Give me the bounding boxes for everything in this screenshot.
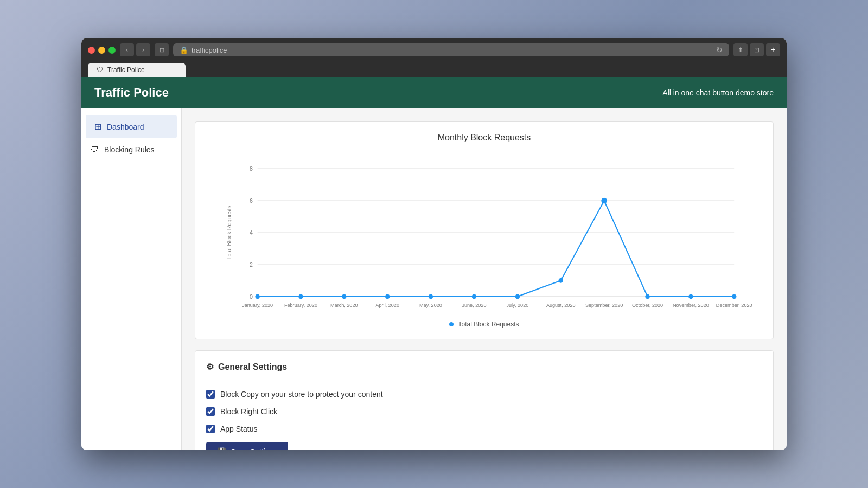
chart-legend: Total Block Requests (206, 320, 762, 328)
settings-title: ⚙ General Settings (206, 362, 762, 381)
settings-gear-icon: ⚙ (206, 362, 214, 372)
svg-point-21 (688, 294, 693, 299)
settings-title-text: General Settings (218, 362, 287, 372)
new-tab-button[interactable]: + (766, 43, 780, 56)
sidebar: ⊞ Dashboard 🛡 Blocking Rules (81, 108, 182, 450)
sidebar-toggle-button[interactable]: ⊡ (750, 43, 764, 56)
back-button[interactable]: ‹ (120, 43, 134, 56)
browser-tabs: 🛡 Traffic Police (88, 63, 780, 77)
chart-section: Monthly Block Requests Total Block Reque… (195, 121, 774, 339)
block-right-click-checkbox[interactable] (206, 407, 215, 416)
sidebar-item-blocking-rules-label: Blocking Rules (104, 145, 155, 154)
block-copy-label: Block Copy on your store to protect your… (220, 390, 383, 399)
settings-section: ⚙ General Settings Block Copy on your st… (195, 350, 774, 450)
nav-buttons: ‹ › (120, 43, 150, 56)
svg-text:April, 2020: April, 2020 (375, 303, 399, 308)
close-button[interactable] (88, 47, 95, 54)
address-bar[interactable]: 🔒 trafficpolice ↻ (173, 43, 729, 56)
svg-point-14 (385, 294, 390, 299)
setting-row-app-status: App Status (206, 425, 762, 433)
store-name: All in one chat button demo store (662, 88, 774, 97)
app-header: Traffic Police All in one chat button de… (81, 77, 787, 108)
svg-text:May, 2020: May, 2020 (419, 303, 442, 308)
svg-text:March, 2020: March, 2020 (330, 303, 358, 308)
svg-text:2: 2 (250, 261, 253, 268)
setting-row-block-copy: Block Copy on your store to protect your… (206, 390, 762, 399)
tab-title: Traffic Police (107, 66, 145, 74)
svg-point-20 (645, 294, 650, 299)
svg-text:August, 2020: August, 2020 (546, 303, 576, 308)
minimize-button[interactable] (98, 47, 105, 54)
browser-titlebar: ‹ › ⊞ 🔒 trafficpolice ↻ ⬆ ⊡ + (88, 43, 780, 56)
svg-text:0: 0 (250, 293, 253, 300)
save-button-label: Save Settings (231, 447, 277, 450)
forward-button[interactable]: › (136, 43, 150, 56)
svg-point-16 (472, 294, 477, 299)
sidebar-item-blocking-rules[interactable]: 🛡 Blocking Rules (81, 138, 181, 161)
tab-shield-icon: 🛡 (97, 66, 103, 74)
block-right-click-label: Block Right Click (220, 407, 277, 416)
legend-label: Total Block Requests (458, 320, 519, 328)
toolbar-right: ⬆ ⊡ + (733, 43, 780, 56)
maximize-button[interactable] (108, 47, 116, 54)
svg-text:November, 2020: November, 2020 (673, 303, 709, 308)
svg-text:September, 2020: September, 2020 (585, 303, 623, 308)
svg-text:6: 6 (250, 197, 253, 204)
chart-title: Monthly Block Requests (206, 133, 762, 143)
svg-text:December, 2020: December, 2020 (716, 303, 752, 308)
save-icon: 💾 (217, 447, 226, 450)
app-status-label: App Status (220, 425, 258, 433)
svg-point-11 (255, 294, 260, 299)
save-settings-button[interactable]: 💾 Save Settings (206, 442, 288, 450)
svg-text:8: 8 (250, 165, 253, 172)
svg-text:October, 2020: October, 2020 (632, 303, 663, 308)
tab-overview-button[interactable]: ⊞ (155, 43, 169, 56)
traffic-lights (88, 47, 116, 54)
svg-point-17 (515, 294, 520, 299)
address-bar-row: 🔒 trafficpolice ↻ (173, 43, 729, 56)
dashboard-icon: ⊞ (94, 121, 101, 132)
app-container: Traffic Police All in one chat button de… (81, 77, 787, 450)
svg-text:Total Block Requests: Total Block Requests (226, 206, 232, 260)
svg-point-22 (732, 294, 737, 299)
browser-window: ‹ › ⊞ 🔒 trafficpolice ↻ ⬆ ⊡ + 🛡 Traffic … (81, 38, 787, 450)
browser-chrome: ‹ › ⊞ 🔒 trafficpolice ↻ ⬆ ⊡ + 🛡 Traffic … (81, 38, 787, 77)
app-body: ⊞ Dashboard 🛡 Blocking Rules Monthly Blo… (81, 108, 787, 450)
app-title: Traffic Police (94, 86, 169, 100)
svg-text:June, 2020: June, 2020 (462, 303, 486, 308)
svg-text:4: 4 (250, 229, 253, 236)
reload-icon[interactable]: ↻ (716, 46, 723, 54)
svg-point-13 (342, 294, 347, 299)
block-copy-checkbox[interactable] (206, 390, 215, 399)
setting-row-block-right-click: Block Right Click (206, 407, 762, 416)
lock-icon: 🔒 (180, 46, 188, 54)
svg-text:January, 2020: January, 2020 (242, 303, 273, 308)
svg-point-18 (558, 278, 563, 283)
url-text: trafficpolice (192, 46, 227, 54)
svg-text:July, 2020: July, 2020 (507, 303, 529, 308)
sidebar-item-dashboard-label: Dashboard (107, 123, 144, 131)
chart-svg: Total Block Requests 8 6 (206, 151, 762, 314)
svg-text:February, 2020: February, 2020 (284, 303, 317, 308)
blocking-rules-icon: 🛡 (90, 145, 99, 155)
legend-dot (449, 322, 454, 326)
chart-container: Total Block Requests 8 6 (206, 151, 762, 314)
svg-point-15 (429, 294, 433, 299)
share-button[interactable]: ⬆ (733, 43, 748, 56)
svg-point-12 (298, 294, 303, 299)
app-status-checkbox[interactable] (206, 425, 215, 433)
main-content: Monthly Block Requests Total Block Reque… (182, 108, 787, 450)
active-tab[interactable]: 🛡 Traffic Police (88, 63, 186, 77)
svg-point-19 (601, 198, 607, 204)
sidebar-item-dashboard[interactable]: ⊞ Dashboard (86, 115, 177, 138)
